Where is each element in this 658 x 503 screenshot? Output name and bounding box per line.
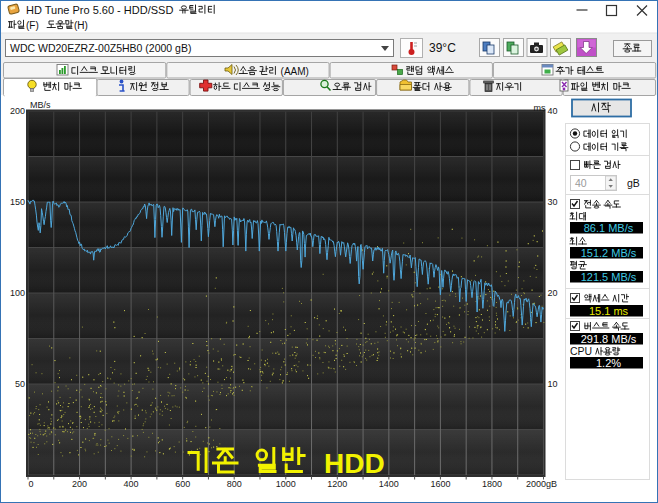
svg-text:50: 50 bbox=[15, 379, 25, 389]
svg-text:100: 100 bbox=[10, 288, 25, 298]
svg-text:1200: 1200 bbox=[327, 479, 347, 489]
svg-text:1.2%: 1.2% bbox=[596, 357, 621, 369]
svg-text:WDC WD20EZRZ-00Z5HB0 (2000 gB): WDC WD20EZRZ-00Z5HB0 (2000 gB) bbox=[10, 42, 191, 54]
svg-text:121.5 MB/s: 121.5 MB/s bbox=[581, 271, 637, 283]
svg-text:291.8 MB/s: 291.8 MB/s bbox=[581, 333, 637, 345]
svg-text:2000gB: 2000gB bbox=[526, 479, 557, 489]
svg-text:151.2 MB/s: 151.2 MB/s bbox=[581, 247, 637, 259]
svg-text:MB/s: MB/s bbox=[30, 100, 51, 110]
svg-text:(H): (H) bbox=[74, 20, 88, 31]
svg-text:40: 40 bbox=[575, 177, 587, 189]
svg-text:10: 10 bbox=[548, 379, 558, 389]
svg-text:39°C: 39°C bbox=[429, 41, 456, 55]
svg-text:1000: 1000 bbox=[276, 479, 296, 489]
svg-text:600: 600 bbox=[175, 479, 190, 489]
svg-text:0: 0 bbox=[28, 479, 33, 489]
svg-text:ms: ms bbox=[534, 103, 546, 113]
svg-text:200: 200 bbox=[10, 106, 25, 116]
svg-text:CPU: CPU bbox=[570, 345, 595, 357]
svg-text:86.1 MB/s: 86.1 MB/s bbox=[584, 222, 634, 234]
svg-text:30: 30 bbox=[548, 197, 558, 207]
svg-text:1400: 1400 bbox=[379, 479, 399, 489]
svg-text:20: 20 bbox=[548, 288, 558, 298]
svg-text:40: 40 bbox=[548, 106, 558, 116]
svg-text:400: 400 bbox=[124, 479, 139, 489]
svg-text:1600: 1600 bbox=[430, 479, 450, 489]
svg-text:800: 800 bbox=[227, 479, 242, 489]
svg-text:1800: 1800 bbox=[482, 479, 502, 489]
svg-text:15.1 ms: 15.1 ms bbox=[589, 305, 629, 317]
svg-text:gB: gB bbox=[627, 177, 640, 189]
svg-text:HDD: HDD bbox=[324, 448, 385, 479]
svg-text:(F): (F) bbox=[26, 20, 39, 31]
svg-text:HD Tune Pro 5.60 - HDD/SSD: HD Tune Pro 5.60 - HDD/SSD bbox=[26, 4, 179, 16]
svg-text:200: 200 bbox=[72, 479, 87, 489]
svg-text:(AAM): (AAM) bbox=[278, 66, 309, 77]
svg-text:150: 150 bbox=[10, 197, 25, 207]
